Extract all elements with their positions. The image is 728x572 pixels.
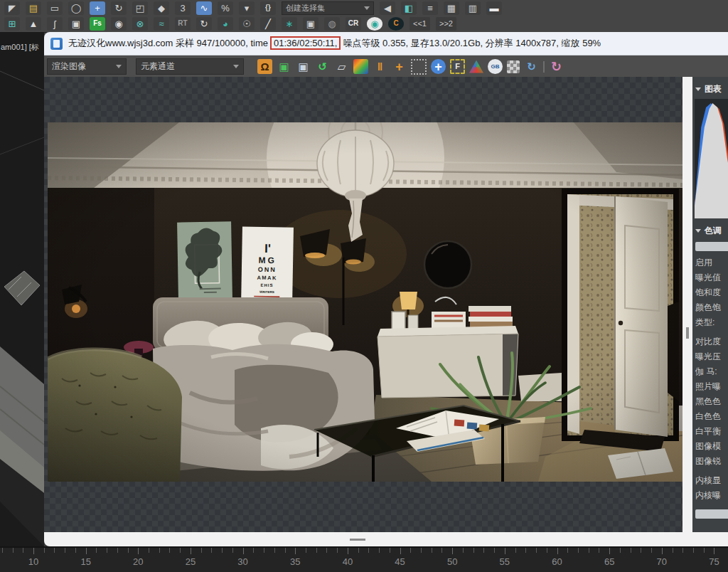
- white-box-icon[interactable]: ▬: [486, 1, 502, 15]
- scrollbar-thumb[interactable]: [686, 327, 689, 339]
- color-correction-icon[interactable]: [353, 59, 368, 74]
- copy-icon[interactable]: ▱: [334, 59, 349, 74]
- timeline-tick: [180, 548, 181, 553]
- select-object-icon[interactable]: ◤: [4, 1, 20, 15]
- histogram-canvas[interactable]: [695, 99, 728, 218]
- timeline-tick: [243, 548, 244, 554]
- layer-manager-icon[interactable]: ▦: [444, 1, 459, 15]
- gb-zoom-icon[interactable]: GB: [488, 59, 503, 74]
- timeline-frame-label: 60: [552, 556, 562, 567]
- rect-select-icon[interactable]: ▭: [47, 1, 63, 15]
- timeline-frame-label: 40: [343, 556, 353, 567]
- vertical-scrollbar[interactable]: [682, 77, 692, 532]
- align-icon[interactable]: ≡: [422, 1, 438, 15]
- flower-gear-icon[interactable]: ∗: [282, 17, 297, 31]
- shutter-icon[interactable]: ◕: [218, 17, 233, 31]
- rgb-triangle-icon[interactable]: [469, 60, 483, 73]
- tone-setting-label: 白色色: [695, 409, 728, 424]
- select-by-name-icon[interactable]: ▤: [26, 1, 41, 15]
- timeline-tick: [599, 548, 599, 553]
- timeline-tick: [421, 548, 422, 553]
- grid-helper-icon[interactable]: ⊞: [4, 17, 20, 31]
- timeline-tick: [662, 548, 663, 554]
- rt-letters-icon[interactable]: RT: [175, 17, 191, 31]
- rendered-bedroom-image: I' MG ONN AMAK EHIS WRITERS: [48, 122, 682, 482]
- time-highlight-annotation: 01:36/02:50:11,: [270, 36, 341, 50]
- waves-icon[interactable]: ≈: [154, 17, 169, 31]
- region-render-icon[interactable]: [411, 59, 427, 75]
- frame-buffer-titlebar[interactable]: 无迹汉化www.wjsj3d.com 采样 947/100000, time01…: [44, 32, 728, 55]
- histogram-section-header[interactable]: 图表: [695, 83, 728, 95]
- chevron-down-icon: [364, 6, 370, 10]
- save-copy-icon[interactable]: ▣: [296, 59, 311, 74]
- tone-setting-label: 照片曝: [695, 379, 728, 394]
- spinner-snap-icon[interactable]: ▾: [239, 1, 255, 15]
- timeline-tick: [316, 548, 317, 553]
- mirror-icon[interactable]: ◧: [401, 1, 417, 15]
- rotate-tool-icon[interactable]: ↻: [111, 1, 127, 15]
- viewport-sliver[interactable]: am001] [标: [0, 32, 44, 546]
- curve-editor-icon[interactable]: ∿: [196, 1, 212, 15]
- chevron-down-icon: [233, 65, 239, 68]
- render-image-dropdown[interactable]: 渲染图像: [47, 58, 127, 75]
- speaker-icon[interactable]: ◀: [380, 1, 395, 15]
- circle-select-icon[interactable]: ◯: [68, 1, 84, 15]
- refresh-icon[interactable]: ↻: [196, 17, 212, 31]
- prev-button[interactable]: <<1: [410, 17, 430, 31]
- alpha-channel-icon[interactable]: [507, 60, 520, 73]
- timeline-tick: [620, 548, 621, 553]
- timeline-frame-label: 65: [604, 556, 614, 567]
- camera-tool-icon[interactable]: ▣: [68, 17, 84, 31]
- snap-toggle-icon[interactable]: 3: [175, 1, 191, 15]
- element-channel-dropdown[interactable]: 元素通道: [136, 58, 244, 75]
- timeline-tick: [211, 548, 212, 553]
- eyedropper-icon[interactable]: ╱: [260, 17, 276, 31]
- eye-icon[interactable]: ◉: [111, 17, 127, 31]
- tone-secondary-button[interactable]: [695, 509, 728, 519]
- timeline-tick: [13, 548, 14, 553]
- selection-set-dropdown[interactable]: 创建选择集: [282, 1, 374, 15]
- pause-icon[interactable]: ‖: [373, 59, 387, 74]
- horizontal-scrollbar[interactable]: [44, 532, 728, 546]
- timeline-tick: [54, 548, 55, 553]
- load-image-icon[interactable]: ↺: [315, 59, 330, 74]
- bulb-icon[interactable]: ☉: [239, 17, 255, 31]
- fstorm-icon[interactable]: Fs: [90, 17, 105, 31]
- corona-c-icon[interactable]: C: [388, 17, 404, 31]
- lock-refresh-icon[interactable]: ↻: [524, 59, 539, 74]
- timeline-frame-label: 20: [133, 556, 143, 567]
- tone-setting-label: 图像锐: [695, 454, 728, 469]
- render-refresh-icon[interactable]: ↻: [549, 59, 564, 74]
- move-tool-icon[interactable]: +: [90, 1, 105, 15]
- timeline-tick: [651, 548, 652, 553]
- pan-view-icon[interactable]: +: [431, 59, 446, 74]
- x-circle-icon[interactable]: ⊗: [132, 17, 148, 31]
- scrollbar-grip[interactable]: [350, 539, 365, 541]
- tone-preset-button[interactable]: [695, 242, 728, 251]
- follow-mouse-icon[interactable]: Ω: [257, 59, 272, 74]
- timeline-ruler[interactable]: 1015202530354045505560657075: [0, 546, 728, 572]
- brackets-icon[interactable]: {}: [260, 1, 276, 15]
- corona-cr-icon[interactable]: CR: [346, 17, 361, 31]
- tone-setting-label: 图像模: [695, 439, 728, 454]
- percent-snap-icon[interactable]: %: [218, 1, 233, 15]
- tone-section-header[interactable]: 色调: [695, 225, 728, 237]
- timeline-tick: [44, 548, 45, 553]
- fit-view-icon[interactable]: +: [392, 59, 407, 74]
- frame-buffer-toolbar: 渲染图像 元素通道 Ω▣▣↺▱‖++FGB↻↻: [44, 55, 728, 78]
- next-button[interactable]: >>2: [436, 17, 456, 31]
- pivot-center-icon[interactable]: ◆: [154, 1, 169, 15]
- timeline-tick: [232, 548, 233, 553]
- ribbon-icon[interactable]: ▥: [465, 1, 481, 15]
- selection-set-label: 创建选择集: [286, 3, 325, 14]
- scale-tool-icon[interactable]: ◰: [132, 1, 148, 15]
- timeline-tick: [96, 548, 97, 553]
- monitor-icon[interactable]: ▣: [303, 17, 318, 31]
- delta-icon[interactable]: ▲: [26, 17, 41, 31]
- corona-dot-icon[interactable]: ◉: [367, 17, 382, 31]
- frame-fit-icon[interactable]: F: [450, 59, 465, 74]
- lock-circle-icon[interactable]: ◍: [324, 17, 340, 31]
- render-canvas-area[interactable]: I' MG ONN AMAK EHIS WRITERS: [44, 77, 682, 532]
- save-icon[interactable]: ▣: [277, 59, 291, 74]
- hook-tool-icon[interactable]: ʃ: [47, 17, 63, 31]
